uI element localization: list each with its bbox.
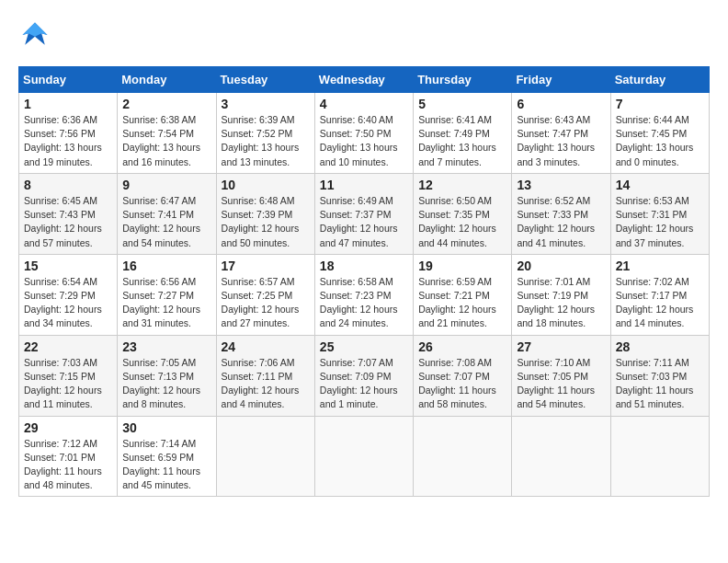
page-header — [18, 18, 710, 52]
weekday-header-monday: Monday — [118, 67, 216, 93]
day-number: 7 — [616, 97, 704, 111]
day-detail: Sunrise: 6:53 AM Sunset: 7:31 PM Dayligh… — [616, 194, 704, 250]
calendar-week-4: 22 Sunrise: 7:03 AM Sunset: 7:15 PM Dayl… — [19, 335, 710, 416]
day-number: 20 — [517, 259, 605, 273]
day-detail: Sunrise: 6:59 AM Sunset: 7:21 PM Dayligh… — [418, 275, 506, 331]
calendar-day-27: 27 Sunrise: 7:10 AM Sunset: 7:05 PM Dayl… — [512, 335, 610, 416]
day-number: 30 — [122, 420, 210, 435]
day-number: 26 — [418, 339, 506, 354]
calendar-day-28: 28 Sunrise: 7:11 AM Sunset: 7:03 PM Dayl… — [610, 335, 709, 416]
day-number: 22 — [24, 339, 112, 354]
day-detail: Sunrise: 6:52 AM Sunset: 7:33 PM Dayligh… — [517, 194, 605, 250]
calendar-day-11: 11 Sunrise: 6:49 AM Sunset: 7:37 PM Dayl… — [314, 173, 413, 254]
day-detail: Sunrise: 6:40 AM Sunset: 7:50 PM Dayligh… — [320, 113, 408, 169]
day-detail: Sunrise: 6:39 AM Sunset: 7:52 PM Dayligh… — [222, 113, 310, 169]
calendar-header-row: SundayMondayTuesdayWednesdayThursdayFrid… — [19, 67, 710, 93]
day-detail: Sunrise: 6:36 AM Sunset: 7:56 PM Dayligh… — [24, 113, 112, 169]
day-detail: Sunrise: 7:06 AM Sunset: 7:11 PM Dayligh… — [222, 356, 310, 412]
day-number: 3 — [222, 97, 310, 111]
calendar-day-23: 23 Sunrise: 7:05 AM Sunset: 7:13 PM Dayl… — [118, 335, 216, 416]
day-detail: Sunrise: 6:58 AM Sunset: 7:23 PM Dayligh… — [320, 275, 408, 331]
day-detail: Sunrise: 6:47 AM Sunset: 7:41 PM Dayligh… — [122, 194, 210, 250]
day-detail: Sunrise: 6:41 AM Sunset: 7:49 PM Dayligh… — [418, 113, 506, 169]
day-detail: Sunrise: 7:02 AM Sunset: 7:17 PM Dayligh… — [616, 275, 704, 331]
day-number: 5 — [418, 97, 506, 111]
calendar-day-24: 24 Sunrise: 7:06 AM Sunset: 7:11 PM Dayl… — [216, 335, 314, 416]
day-detail: Sunrise: 6:44 AM Sunset: 7:45 PM Dayligh… — [616, 113, 704, 169]
calendar-day-8: 8 Sunrise: 6:45 AM Sunset: 7:43 PM Dayli… — [19, 173, 118, 254]
calendar-day-30: 30 Sunrise: 7:14 AM Sunset: 6:59 PM Dayl… — [118, 416, 216, 497]
calendar-day-20: 20 Sunrise: 7:01 AM Sunset: 7:19 PM Dayl… — [512, 254, 610, 335]
empty-cell — [610, 416, 709, 497]
day-detail: Sunrise: 7:10 AM Sunset: 7:05 PM Dayligh… — [517, 356, 605, 412]
day-number: 4 — [320, 97, 408, 111]
calendar-day-15: 15 Sunrise: 6:54 AM Sunset: 7:29 PM Dayl… — [19, 254, 118, 335]
calendar-day-9: 9 Sunrise: 6:47 AM Sunset: 7:41 PM Dayli… — [118, 173, 216, 254]
logo-icon — [18, 18, 51, 52]
day-number: 21 — [616, 259, 704, 273]
day-detail: Sunrise: 6:57 AM Sunset: 7:25 PM Dayligh… — [222, 275, 310, 331]
calendar-day-17: 17 Sunrise: 6:57 AM Sunset: 7:25 PM Dayl… — [216, 254, 314, 335]
day-number: 29 — [24, 420, 112, 435]
day-number: 2 — [122, 97, 210, 111]
day-number: 18 — [320, 259, 408, 273]
day-detail: Sunrise: 6:43 AM Sunset: 7:47 PM Dayligh… — [517, 113, 605, 169]
svg-marker-1 — [23, 23, 48, 37]
calendar-day-26: 26 Sunrise: 7:08 AM Sunset: 7:07 PM Dayl… — [414, 335, 512, 416]
day-number: 10 — [222, 178, 310, 192]
day-number: 16 — [122, 259, 210, 273]
calendar-day-3: 3 Sunrise: 6:39 AM Sunset: 7:52 PM Dayli… — [216, 93, 314, 174]
day-detail: Sunrise: 6:45 AM Sunset: 7:43 PM Dayligh… — [24, 194, 112, 250]
day-detail: Sunrise: 6:49 AM Sunset: 7:37 PM Dayligh… — [320, 194, 408, 250]
day-detail: Sunrise: 7:14 AM Sunset: 6:59 PM Dayligh… — [122, 437, 210, 493]
day-detail: Sunrise: 6:38 AM Sunset: 7:54 PM Dayligh… — [122, 113, 210, 169]
day-number: 14 — [616, 178, 704, 192]
calendar-week-1: 1 Sunrise: 6:36 AM Sunset: 7:56 PM Dayli… — [19, 93, 710, 174]
day-detail: Sunrise: 7:01 AM Sunset: 7:19 PM Dayligh… — [517, 275, 605, 331]
calendar-week-3: 15 Sunrise: 6:54 AM Sunset: 7:29 PM Dayl… — [19, 254, 710, 335]
day-detail: Sunrise: 6:54 AM Sunset: 7:29 PM Dayligh… — [24, 275, 112, 331]
day-detail: Sunrise: 7:03 AM Sunset: 7:15 PM Dayligh… — [24, 356, 112, 412]
calendar-day-22: 22 Sunrise: 7:03 AM Sunset: 7:15 PM Dayl… — [19, 335, 118, 416]
day-number: 23 — [122, 339, 210, 354]
calendar-week-2: 8 Sunrise: 6:45 AM Sunset: 7:43 PM Dayli… — [19, 173, 710, 254]
day-detail: Sunrise: 7:12 AM Sunset: 7:01 PM Dayligh… — [24, 437, 112, 493]
day-number: 19 — [418, 259, 506, 273]
weekday-header-wednesday: Wednesday — [314, 67, 413, 93]
day-number: 27 — [517, 339, 605, 354]
calendar-body: 1 Sunrise: 6:36 AM Sunset: 7:56 PM Dayli… — [19, 93, 710, 497]
calendar-day-12: 12 Sunrise: 6:50 AM Sunset: 7:35 PM Dayl… — [414, 173, 512, 254]
day-number: 13 — [517, 178, 605, 192]
day-detail: Sunrise: 7:08 AM Sunset: 7:07 PM Dayligh… — [418, 356, 506, 412]
day-detail: Sunrise: 7:11 AM Sunset: 7:03 PM Dayligh… — [616, 356, 704, 412]
day-number: 25 — [320, 339, 408, 354]
calendar-day-14: 14 Sunrise: 6:53 AM Sunset: 7:31 PM Dayl… — [610, 173, 709, 254]
empty-cell — [216, 416, 314, 497]
calendar-day-6: 6 Sunrise: 6:43 AM Sunset: 7:47 PM Dayli… — [512, 93, 610, 174]
day-number: 11 — [320, 178, 408, 192]
day-detail: Sunrise: 6:56 AM Sunset: 7:27 PM Dayligh… — [122, 275, 210, 331]
calendar-day-18: 18 Sunrise: 6:58 AM Sunset: 7:23 PM Dayl… — [314, 254, 413, 335]
calendar-day-2: 2 Sunrise: 6:38 AM Sunset: 7:54 PM Dayli… — [118, 93, 216, 174]
day-number: 17 — [222, 259, 310, 273]
weekday-header-thursday: Thursday — [414, 67, 512, 93]
calendar-day-13: 13 Sunrise: 6:52 AM Sunset: 7:33 PM Dayl… — [512, 173, 610, 254]
calendar-day-16: 16 Sunrise: 6:56 AM Sunset: 7:27 PM Dayl… — [118, 254, 216, 335]
day-number: 12 — [418, 178, 506, 192]
day-detail: Sunrise: 6:50 AM Sunset: 7:35 PM Dayligh… — [418, 194, 506, 250]
day-number: 24 — [222, 339, 310, 354]
weekday-header-saturday: Saturday — [610, 67, 709, 93]
calendar-week-5: 29 Sunrise: 7:12 AM Sunset: 7:01 PM Dayl… — [19, 416, 710, 497]
day-number: 28 — [616, 339, 704, 354]
weekday-header-sunday: Sunday — [19, 67, 118, 93]
day-detail: Sunrise: 7:07 AM Sunset: 7:09 PM Dayligh… — [320, 356, 408, 412]
logo — [18, 18, 57, 52]
calendar-day-29: 29 Sunrise: 7:12 AM Sunset: 7:01 PM Dayl… — [19, 416, 118, 497]
calendar-day-19: 19 Sunrise: 6:59 AM Sunset: 7:21 PM Dayl… — [414, 254, 512, 335]
weekday-header-tuesday: Tuesday — [216, 67, 314, 93]
day-number: 8 — [24, 178, 112, 192]
calendar-day-7: 7 Sunrise: 6:44 AM Sunset: 7:45 PM Dayli… — [610, 93, 709, 174]
calendar-day-1: 1 Sunrise: 6:36 AM Sunset: 7:56 PM Dayli… — [19, 93, 118, 174]
calendar-table: SundayMondayTuesdayWednesdayThursdayFrid… — [18, 66, 710, 497]
day-number: 1 — [24, 97, 112, 111]
